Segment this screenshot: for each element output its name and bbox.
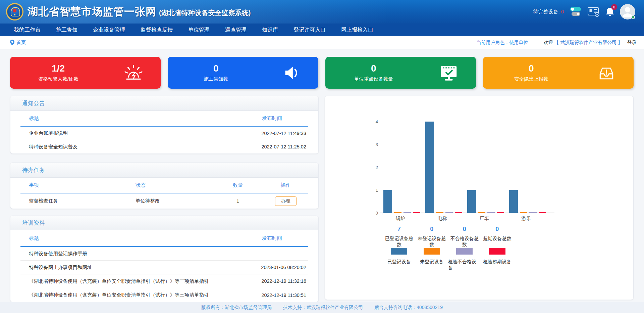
bell-badge: 0 — [611, 4, 617, 10]
bar-chart: 01234锅炉电梯厂车游乐 — [382, 122, 550, 213]
pending-devices-count: 0 — [561, 9, 564, 14]
stat-card-text: 0安全隐患上报数 — [483, 63, 579, 82]
app-header: 湖北省智慧市场监管一张网 (湖北省特种设备安全监察系统) 待完善设备:0 — [0, 0, 644, 24]
training-row[interactable]: 特种设备使用登记操作手册 — [20, 247, 308, 261]
bar-未登记设备-游乐 — [520, 212, 527, 213]
col-header-status: 状态 — [136, 182, 213, 188]
bar-检验超期设备-锅炉 — [413, 212, 420, 213]
summary-label: 不合格设备总数 — [448, 236, 481, 248]
legend-label: 检验超期设备 — [483, 259, 511, 265]
nav-item-4[interactable]: 单位管理 — [180, 24, 217, 36]
bar-检验超期设备-电梯 — [455, 212, 462, 213]
training-row[interactable]: 《湖北省特种设备使用（含充装）单位安全职责清单指引（试行）》等三项清单指引202… — [20, 274, 308, 288]
todos-table-header: 事项 状态 数量 操作 — [20, 178, 308, 193]
training-title[interactable]: 《湖北省特种设备使用（含充装）单位安全职责清单指引（试行）》等三项清单指引 — [20, 278, 238, 284]
stat-card-label: 施工告知数 — [168, 76, 264, 82]
stat-card-2[interactable]: 0单位重点设备数量 — [325, 57, 476, 89]
header-actions: 待完善设备:0 — [533, 4, 635, 19]
y-axis-label: 4 — [366, 119, 378, 124]
nav-item-6[interactable]: 知识库 — [254, 24, 286, 36]
notice-row[interactable]: 特种设备安全知识普及2022-07-12 11:25:02 — [20, 140, 308, 153]
notifications-bell-icon[interactable]: 0 — [605, 7, 614, 17]
alarm-icon — [106, 63, 161, 83]
app-subtitle: (湖北省特种设备安全监察系统) — [159, 8, 251, 17]
toggles-icon[interactable] — [569, 6, 582, 17]
bar-检验不合格设备-电梯 — [445, 212, 453, 213]
x-axis-tick — [466, 213, 466, 215]
stat-card-0[interactable]: 1/2资格预警人数/证数 — [10, 57, 161, 89]
x-axis-tick — [508, 213, 508, 215]
training-row[interactable]: 《湖北省特种设备使用（含充装）单位安全职责清单指引（试行）》等三项清单指引202… — [20, 288, 308, 302]
notice-row[interactable]: 企业台账填报说明2022-07-12 11:49:33 — [20, 127, 308, 140]
monitor-check-icon — [422, 63, 476, 83]
summary-value: 0 — [481, 226, 514, 233]
id-card-icon[interactable] — [587, 6, 600, 17]
stat-card-3[interactable]: 0安全隐患上报数 — [483, 57, 634, 89]
notice-time: 2022-07-12 11:25:02 — [238, 144, 308, 149]
col-header-time: 发布时间 — [238, 115, 308, 122]
training-title[interactable]: 《湖北省特种设备使用（含充装）单位安全职责清单指引（试行）》等三项清单指引 — [20, 292, 238, 298]
notice-title[interactable]: 企业台账填报说明 — [20, 130, 238, 136]
summary-item-2: 0不合格设备总数 — [448, 226, 481, 248]
training-row[interactable]: 特种设备网上办事项目和网址2023-01-06 08:20:02 — [20, 261, 308, 274]
stat-card-text: 1/2资格预警人数/证数 — [10, 63, 106, 82]
legend-label: 未登记设备 — [420, 259, 443, 265]
main-nav: 我的工作台施工告知企业设备管理监督检查反馈单位管理巡查管理知识库登记许可入口网上… — [0, 24, 644, 36]
legend-item-1: 未登记设备 — [416, 248, 448, 271]
training-table-header: 标题 发布时间 — [20, 230, 308, 246]
nav-item-5[interactable]: 巡查管理 — [217, 24, 254, 36]
bar-检验超期设备-厂车 — [497, 212, 504, 213]
nav-item-2[interactable]: 企业设备管理 — [85, 24, 133, 36]
hazard-box-icon — [579, 63, 634, 83]
bar-已登记设备-厂车 — [467, 190, 476, 213]
login-link[interactable]: 登录 — [627, 40, 637, 45]
stat-card-value: 1/2 — [10, 63, 106, 74]
nav-item-3[interactable]: 监督检查反馈 — [133, 24, 180, 36]
legend-item-0: 已登记设备 — [383, 248, 416, 271]
col-header-action: 操作 — [263, 182, 308, 188]
legend-item-2: 检验不合格设备 — [448, 248, 481, 271]
stat-card-text: 0施工告知数 — [168, 63, 264, 82]
summary-value: 0 — [416, 226, 448, 233]
bar-检验不合格设备-厂车 — [487, 212, 495, 213]
todo-count: 1 — [213, 198, 263, 204]
summary-label: 超期设备总数 — [481, 236, 514, 242]
breadcrumb[interactable]: 首页 — [10, 40, 26, 46]
bar-已登记设备-游乐 — [509, 190, 518, 213]
welcome-text: 欢迎 【 武汉瑞得软件产业有限公司 】 登录 — [543, 40, 637, 46]
summary-label: 已登记设备总数 — [383, 236, 416, 248]
nav-item-1[interactable]: 施工告知 — [48, 24, 85, 36]
stat-card-1[interactable]: 0施工告知数 — [168, 57, 318, 89]
breadcrumb-home[interactable]: 首页 — [16, 40, 26, 46]
nav-item-7[interactable]: 登记许可入口 — [286, 24, 333, 36]
main-content: 1/2资格预警人数/证数0施工告知数0单位重点设备数量0安全隐患上报数 通知公告… — [0, 49, 644, 302]
col-header-title: 标题 — [20, 115, 238, 122]
nav-item-0[interactable]: 我的工作台 — [6, 24, 48, 36]
stat-card-value: 0 — [483, 63, 579, 74]
bar-未登记设备-电梯 — [436, 212, 443, 213]
notice-title[interactable]: 特种设备安全知识普及 — [20, 144, 238, 150]
col-header-count: 数量 — [213, 182, 263, 188]
footer-support: 技术支持：武汉瑞得软件产业有限公司 — [283, 305, 363, 311]
training-time: 2022-12-19 11:30:51 — [238, 293, 308, 298]
stat-card-value: 0 — [325, 63, 422, 74]
training-title[interactable]: 特种设备使用登记操作手册 — [20, 251, 238, 257]
device-summary: 7已登记设备总数0未登记设备总数0不合格设备总数0超期设备总数 — [383, 226, 514, 248]
bar-未登记设备-锅炉 — [394, 212, 401, 213]
device-chart-panel: 01234锅炉电梯厂车游乐 7已登记设备总数0未登记设备总数0不合格设备总数0超… — [325, 96, 634, 300]
company-link[interactable]: 【 武汉瑞得软件产业有限公司 】 — [554, 40, 623, 45]
training-title[interactable]: 特种设备网上办事项目和网址 — [20, 264, 238, 271]
location-pin-icon — [10, 40, 14, 45]
avatar[interactable] — [620, 4, 635, 19]
handle-button[interactable]: 办理 — [275, 196, 297, 206]
chart-legend: 已登记设备未登记设备检验不合格设备检验超期设备 — [383, 248, 514, 271]
notices-panel-title: 通知公告 — [10, 96, 318, 111]
nav-item-8[interactable]: 网上报检入口 — [333, 24, 381, 36]
online-status-dot — [631, 15, 635, 19]
todo-status: 单位待整改 — [136, 198, 213, 204]
stat-card-text: 0单位重点设备数量 — [325, 63, 422, 82]
bar-检验超期设备-游乐 — [539, 212, 546, 213]
x-axis-tick — [424, 213, 424, 215]
user-bar: 当前用户角色：使用单位 欢迎 【 武汉瑞得软件产业有限公司 】 登录 — [476, 40, 637, 46]
stat-cards-row: 1/2资格预警人数/证数0施工告知数0单位重点设备数量0安全隐患上报数 — [10, 57, 634, 89]
